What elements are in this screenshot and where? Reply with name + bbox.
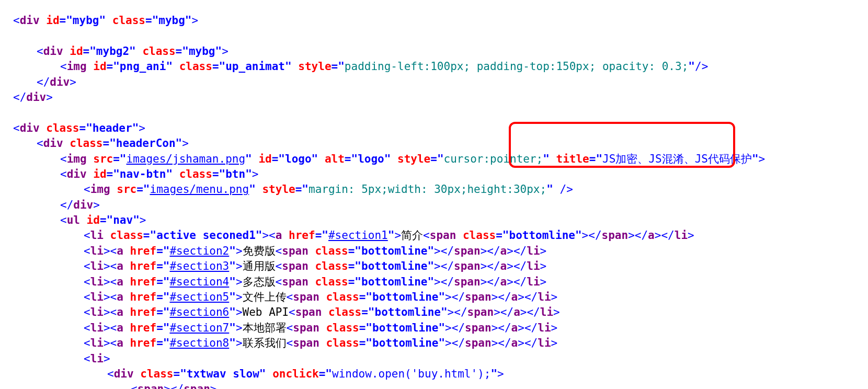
html-source-view: <div id="mybg" class="mybg"> <div id="my… [0, 0, 868, 389]
code-line[interactable]: <img id="png_ani" class="up_animat" styl… [13, 59, 855, 74]
code-line[interactable]: <ul id="nav"> [13, 213, 855, 228]
code-line[interactable]: <div id="nav-btn" class="btn"> [13, 167, 855, 182]
src-link[interactable]: images/jshaman.png [127, 153, 246, 165]
code-line[interactable]: <div class="txtwav slow" onclick="window… [13, 367, 855, 382]
code-line[interactable]: </div> [13, 75, 855, 90]
code-line[interactable]: <div class="headerCon"> [13, 136, 855, 151]
src-link[interactable]: images/menu.png [150, 183, 249, 196]
code-line[interactable]: </div> [13, 90, 855, 105]
code-line[interactable]: <li class="active seconed1"><a href="#se… [13, 228, 855, 243]
href-link[interactable]: #section4 [169, 276, 229, 288]
code-line[interactable]: <li><a href="#section8">联系我们<span class=… [13, 336, 855, 351]
href-link[interactable]: #section3 [169, 260, 229, 272]
code-line[interactable]: <div id="mybg" class="mybg"> [13, 13, 855, 28]
code-line[interactable]: <li> [13, 351, 855, 367]
code-line[interactable]: <img src="images/jshaman.png" id="logo" … [13, 152, 855, 167]
blank-line [13, 105, 855, 120]
href-link[interactable]: #section2 [169, 245, 229, 257]
code-line[interactable]: <li><a href="#section7">本地部署<span class=… [13, 321, 855, 336]
code-line[interactable]: <li><a href="#section6">Web API<span cla… [13, 305, 855, 320]
code-line[interactable]: <li><a href="#section4">多态版<span class="… [13, 274, 855, 290]
href-link[interactable]: #section5 [169, 291, 229, 303]
href-link[interactable]: #section7 [169, 322, 229, 334]
code-line[interactable]: <div class="header"> [13, 121, 855, 136]
code-line[interactable]: <span></span> [13, 382, 855, 389]
code-line[interactable]: <li><a href="#section2">免费版<span class="… [13, 244, 855, 259]
href-link[interactable]: #section1 [328, 229, 388, 242]
code-line[interactable]: <li><a href="#section5">文件上传<span class=… [13, 290, 855, 305]
code-line[interactable]: <img src="images/menu.png" style="margin… [13, 182, 855, 197]
href-link[interactable]: #section8 [169, 337, 229, 349]
code-line[interactable]: <div id="mybg2" class="mybg"> [13, 44, 855, 59]
blank-line [13, 28, 855, 43]
code-line[interactable]: <li><a href="#section3">通用版<span class="… [13, 259, 855, 274]
code-line[interactable]: </div> [13, 198, 855, 213]
href-link[interactable]: #section6 [169, 306, 229, 318]
